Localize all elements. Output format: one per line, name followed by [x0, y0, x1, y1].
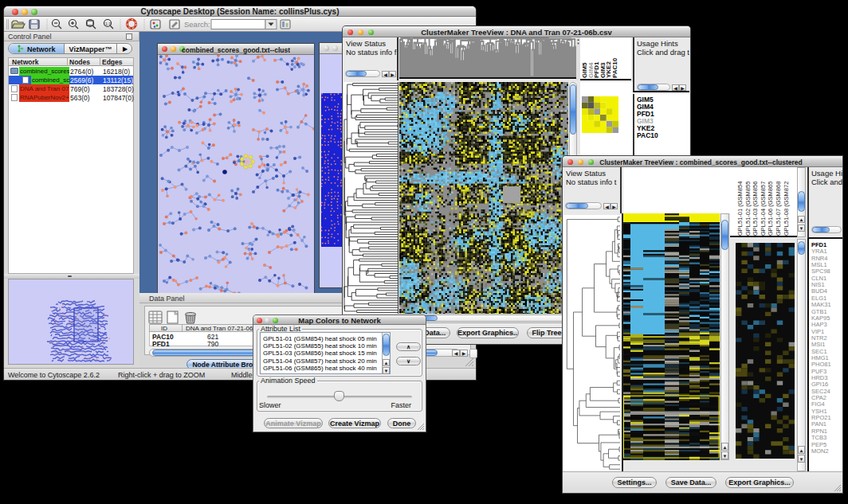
- svg-text:1:1: 1:1: [105, 21, 111, 26]
- svg-text:Search:: Search:: [184, 20, 210, 29]
